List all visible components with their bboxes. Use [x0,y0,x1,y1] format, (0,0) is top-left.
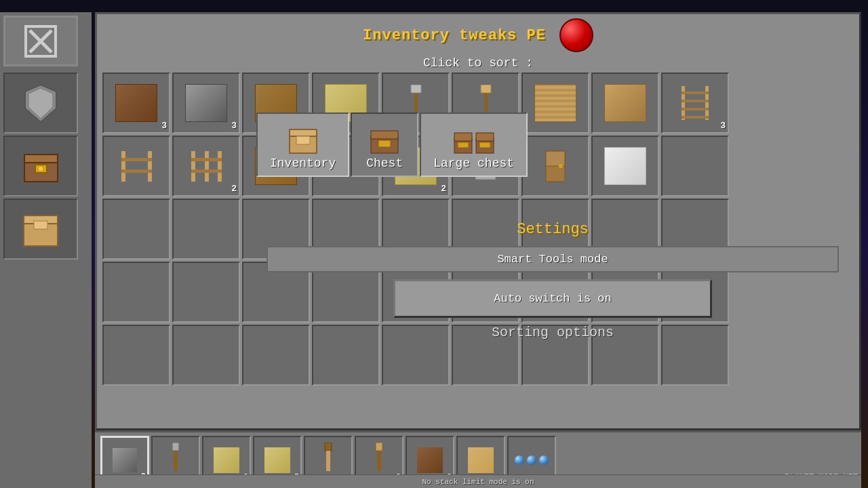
svg-rect-20 [682,92,709,94]
settings-title: Settings [267,221,839,238]
hotbar-stone-icon [113,448,137,472]
svg-rect-48 [458,142,469,148]
inventory-panel: Inventory tweaks PE Click to sort : 3 3 … [95,12,861,430]
svg-rect-22 [682,108,709,110]
svg-point-8 [39,167,43,171]
inventory-dropdown-icon [286,123,320,157]
svg-marker-17 [481,85,491,93]
smart-tools-option[interactable]: Smart Tools mode [267,246,839,272]
hotbar-sand-icon [214,447,239,472]
svg-rect-16 [484,93,488,113]
svg-rect-13 [414,93,418,113]
svg-rect-21 [682,100,709,102]
cell-r3c2[interactable] [172,199,240,260]
large-chest-icon2 [475,126,495,157]
large-chest-icon1 [453,126,473,157]
svg-point-39 [559,164,563,168]
fence2-icon [188,148,225,185]
sidebar-chest-button[interactable] [3,136,78,197]
svg-rect-47 [454,133,472,141]
title-area: Inventory tweaks PE [97,14,859,56]
hotbar-sand2-icon [264,447,290,472]
cell-r4c1[interactable] [102,262,170,323]
dirt-icon [115,84,157,122]
hotbar-planks-icon [468,447,493,472]
svg-rect-23 [682,116,709,119]
svg-rect-44 [371,131,398,139]
cell-r5c2[interactable] [172,325,240,386]
svg-rect-26 [121,158,152,161]
app-title: Inventory tweaks PE [363,27,546,44]
snow-icon [604,147,646,185]
hotbar-shovel2-icon [321,443,335,478]
svg-rect-31 [191,158,222,161]
sidebar-armor-button[interactable] [3,73,78,134]
door-icon [540,148,571,185]
hotbar-gems-icon [515,455,549,465]
cell-r1c2[interactable]: 3 [172,73,240,134]
svg-rect-55 [326,451,330,471]
cell-r1c8[interactable] [591,73,659,134]
stairs-icon [604,84,646,122]
stone-icon [185,84,227,122]
svg-rect-42 [296,136,310,144]
svg-rect-28 [191,151,195,182]
svg-rect-41 [290,129,317,136]
sidebar [0,12,92,488]
ladder-icon [678,85,712,122]
svg-rect-50 [476,133,494,141]
svg-rect-53 [174,451,178,471]
svg-rect-19 [705,86,709,120]
svg-rect-25 [148,151,152,182]
sidebar-close-button[interactable] [3,16,78,66]
svg-rect-52 [172,443,179,451]
planks-icon [534,84,576,122]
dropdown-inventory[interactable]: Inventory [256,113,349,177]
dropdown-chest[interactable]: Chest [351,113,418,177]
settings-area: Settings Smart Tools mode Auto switch is… [260,214,846,347]
bottom-hint: No stack limit mode is on [95,474,861,488]
svg-rect-30 [218,151,222,182]
cell-r2c9[interactable] [661,136,729,197]
chest-dropdown-icon [368,123,401,157]
hotbar-dirt-icon [417,447,442,472]
cell-r2c1[interactable] [102,136,170,197]
svg-rect-57 [377,451,381,471]
click-to-sort-label: Click to sort : [97,56,859,70]
sidebar-box-button[interactable] [3,199,78,260]
svg-rect-38 [546,151,565,166]
hotbar-shovel-icon [169,443,182,478]
svg-rect-18 [682,86,685,120]
auto-switch-button[interactable]: Auto switch is on [393,279,712,318]
svg-rect-56 [376,443,382,451]
fence-icon [118,148,155,185]
svg-marker-14 [411,85,421,93]
bottom-hint-text: No stack limit mode is on [422,478,534,486]
svg-rect-11 [34,221,47,229]
cell-r2c2[interactable]: 2 [172,136,240,197]
cell-r5c1[interactable] [102,325,170,386]
cell-r2c7[interactable] [521,136,589,197]
svg-rect-24 [121,151,125,182]
cell-r1c7[interactable] [521,73,589,134]
cell-r3c1[interactable] [102,199,170,260]
sorting-options-label: Sorting options [267,325,839,340]
svg-rect-54 [325,443,332,451]
hotbar-shovel3-icon [372,443,386,478]
cell-r2c8[interactable] [591,136,659,197]
svg-rect-29 [205,151,209,182]
cell-r1c9[interactable]: 3 [661,73,729,134]
cell-r4c2[interactable] [172,262,240,323]
dropdown-large-chest[interactable]: Large chest [420,113,528,177]
cell-r1c1[interactable]: 3 [102,73,170,134]
sort-dropdown: Inventory Chest [256,113,528,177]
svg-rect-27 [121,169,152,173]
red-gem-icon [559,18,593,52]
svg-rect-51 [479,142,490,148]
svg-rect-45 [378,140,391,147]
svg-rect-32 [191,169,222,173]
svg-rect-6 [24,155,58,163]
